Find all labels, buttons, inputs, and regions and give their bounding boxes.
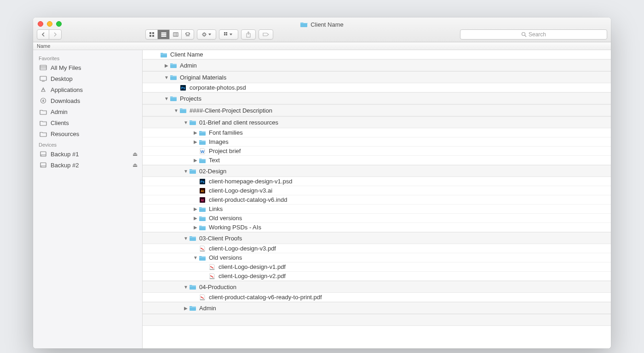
view-switcher <box>145 29 194 40</box>
folder-row[interactable]: ▶Old versions <box>143 214 611 223</box>
sidebar-item-label: Downloads <box>51 97 80 104</box>
forward-button[interactable] <box>49 30 61 39</box>
folder-row[interactable]: Client Name <box>143 50 611 59</box>
file-row[interactable]: Psclient-homepage-design-v1.psd <box>143 177 611 186</box>
item-name: ####-Client-Project Description <box>190 107 272 114</box>
disclosure-triangle-icon[interactable]: ▶ <box>192 130 199 135</box>
folder-row[interactable]: ▼03-Client Proofs <box>143 232 611 244</box>
item-name: corporate-photos.psd <box>190 84 246 91</box>
column-header-name: Name <box>37 43 50 49</box>
sidebar-item-label: Backup #1 <box>51 151 79 158</box>
disclosure-triangle-icon[interactable]: ▼ <box>183 120 189 125</box>
disclosure-triangle-icon[interactable]: ▶ <box>192 225 199 230</box>
view-coverflow-button[interactable] <box>182 30 194 39</box>
sidebar-item[interactable]: Admin <box>33 106 142 117</box>
finder-window: Client Name <box>33 17 611 348</box>
item-name: Text <box>209 157 220 164</box>
folder-row[interactable]: ▼####-Client-Project Description <box>143 104 611 116</box>
folder-row[interactable]: ▶Working PSDs - AIs <box>143 223 611 232</box>
sidebar-item[interactable]: Backup #2⏏ <box>33 159 142 171</box>
sidebar-item[interactable]: Resources <box>33 128 142 139</box>
file-row[interactable]: Aiclient-Logo-design-v3.ai <box>143 186 611 195</box>
view-icons-button[interactable] <box>146 30 158 39</box>
pdf-icon <box>208 273 216 279</box>
sidebar-item[interactable]: Applications <box>33 84 142 95</box>
folder-row[interactable]: ▼Old versions <box>143 253 611 262</box>
item-name: client-homepage-design-v1.psd <box>209 178 292 185</box>
psd-icon: Ps <box>199 178 206 185</box>
item-name: Old versions <box>209 215 242 222</box>
svg-rect-17 <box>226 32 227 34</box>
disclosure-triangle-icon[interactable]: ▼ <box>163 75 170 80</box>
disclosure-triangle-icon[interactable]: ▶ <box>163 63 170 68</box>
svg-point-15 <box>204 34 204 34</box>
file-row[interactable]: client-Logo-design-v2.pdf <box>143 272 611 281</box>
disclosure-triangle-icon[interactable]: ▼ <box>163 96 170 101</box>
folder-row[interactable]: ▼02-Design <box>143 165 611 177</box>
folder-icon <box>199 215 206 222</box>
tags-button[interactable] <box>259 29 273 40</box>
item-name: Old versions <box>209 254 242 261</box>
sidebar-item[interactable]: Backup #1⏏ <box>33 148 142 159</box>
sidebar-item[interactable]: Desktop <box>33 73 142 84</box>
folder-icon <box>40 130 47 137</box>
folder-row[interactable]: ▶Text <box>143 156 611 165</box>
file-row[interactable]: client-Logo-design-v1.pdf <box>143 262 611 272</box>
file-row[interactable]: WProject brief <box>143 147 611 156</box>
column-header[interactable]: Name <box>33 42 611 50</box>
eject-icon[interactable]: ⏏ <box>132 162 138 168</box>
sidebar-item-label: Applications <box>51 86 83 93</box>
folder-row[interactable]: ▶Admin <box>143 59 611 71</box>
svg-rect-1 <box>152 32 154 34</box>
folder-row[interactable]: ▼Original Materials <box>143 71 611 83</box>
disclosure-triangle-icon[interactable]: ▼ <box>183 169 189 174</box>
eject-icon[interactable]: ⏏ <box>132 151 138 157</box>
folder-row[interactable]: ▼01-Brief and client ressources <box>143 116 611 128</box>
folder-row[interactable]: ▼Projects <box>143 92 611 104</box>
disclosure-triangle-icon[interactable]: ▶ <box>183 306 189 311</box>
disclosure-triangle-icon[interactable]: ▼ <box>192 255 199 260</box>
arrange-menu-button[interactable] <box>219 29 238 40</box>
folder-row[interactable]: ▶Admin <box>143 302 611 314</box>
share-button[interactable] <box>241 29 256 40</box>
folder-icon <box>179 107 187 114</box>
disclosure-triangle-icon[interactable]: ▼ <box>183 285 189 290</box>
ai-icon: Ai <box>199 188 206 194</box>
pdf-icon <box>199 294 206 301</box>
folder-row[interactable]: ▶Font families <box>143 128 611 137</box>
back-button[interactable] <box>37 30 49 39</box>
svg-rect-0 <box>150 32 151 34</box>
disclosure-triangle-icon[interactable]: ▶ <box>192 206 199 211</box>
action-menu-button[interactable] <box>197 29 216 40</box>
folder-row[interactable]: ▶Links <box>143 205 611 214</box>
disclosure-triangle-icon[interactable]: ▶ <box>192 158 199 163</box>
view-columns-button[interactable] <box>170 30 182 39</box>
item-name: Working PSDs - AIs <box>209 224 261 231</box>
folder-icon <box>189 119 196 125</box>
search-icon <box>521 32 527 37</box>
folder-icon <box>170 95 177 102</box>
folder-row[interactable]: ▼04-Production <box>143 281 611 293</box>
item-name: 03-Client Proofs <box>199 235 242 242</box>
disclosure-triangle-icon[interactable]: ▼ <box>173 108 179 113</box>
disclosure-triangle-icon[interactable]: ▼ <box>183 236 189 241</box>
svg-rect-18 <box>224 34 225 35</box>
folder-icon <box>199 130 206 136</box>
file-row[interactable]: client-Logo-design-v3.pdf <box>143 244 611 253</box>
file-row[interactable]: client-product-catalog-v6-ready-to-print… <box>143 293 611 302</box>
word-icon: W <box>199 148 206 154</box>
sidebar-item[interactable]: All My Files <box>33 62 142 73</box>
svg-rect-23 <box>40 65 46 70</box>
view-list-button[interactable] <box>158 30 170 39</box>
sidebar-item[interactable]: Clients <box>33 117 142 128</box>
sidebar: FavoritesAll My FilesDesktopApplications… <box>33 50 143 348</box>
search-field[interactable]: Search <box>460 29 607 40</box>
sidebar-item[interactable]: Downloads <box>33 95 142 106</box>
file-row[interactable]: Pscorporate-photos.psd <box>143 83 611 92</box>
folder-icon <box>199 206 206 212</box>
folder-row[interactable]: ▶Images <box>143 137 611 147</box>
disclosure-triangle-icon[interactable]: ▶ <box>192 139 199 144</box>
disclosure-triangle-icon[interactable]: ▶ <box>192 216 199 221</box>
svg-rect-6 <box>161 36 166 37</box>
file-row[interactable]: Idclient-product-catalog-v6.indd <box>143 195 611 205</box>
